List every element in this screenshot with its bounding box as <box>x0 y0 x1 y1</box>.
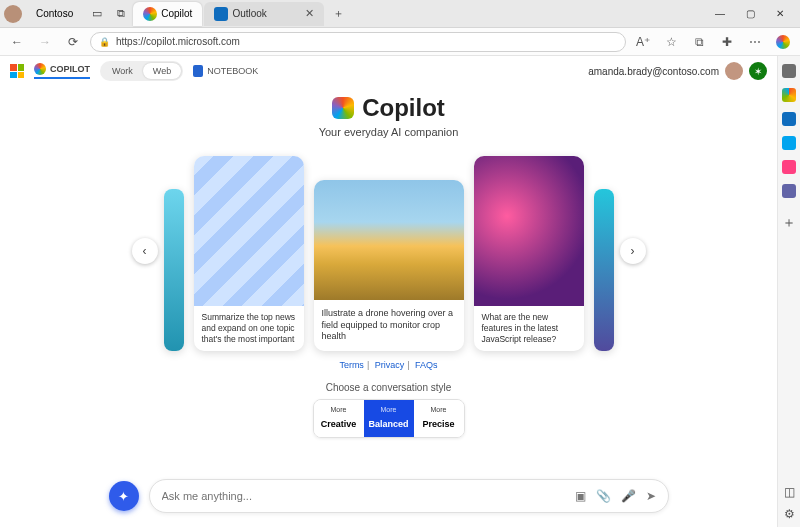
chat-input[interactable] <box>162 490 575 502</box>
attach-image-icon[interactable]: ▣ <box>575 489 586 503</box>
refresh-button[interactable]: ⟳ <box>62 31 84 53</box>
edge-sidebar: ＋ ◫ ⚙ <box>778 56 800 527</box>
page-title: Copilot <box>362 94 445 122</box>
microphone-icon[interactable]: 🎤 <box>621 489 636 503</box>
tab-actions-icon[interactable]: ⧉ <box>109 4 133 24</box>
style-picker-label: Choose a conversation style <box>326 382 452 393</box>
lock-icon: 🔒 <box>99 37 110 47</box>
browser-toolbar: ← → ⟳ 🔒 https://copilot.microsoft.com A⁺… <box>0 28 800 56</box>
user-email: amanda.brady@contoso.com <box>588 66 719 77</box>
games-sidebar-icon[interactable] <box>782 160 796 174</box>
card-caption: What are the new features in the latest … <box>474 306 584 351</box>
outlook-favicon-icon <box>214 7 228 21</box>
carousel-prev-button[interactable]: ‹ <box>132 238 158 264</box>
hero-section: Copilot Your everyday AI companion ‹ › S… <box>0 86 777 527</box>
carousel-card-edge-right[interactable] <box>594 189 614 351</box>
suggestion-carousel: ‹ › Summarize the top news and expand on… <box>154 156 624 346</box>
mode-toggle: Work Web <box>100 61 183 81</box>
minimize-button[interactable]: ― <box>708 4 732 24</box>
close-tab-icon[interactable]: ✕ <box>305 7 314 20</box>
new-topic-button[interactable]: ✦ <box>109 481 139 511</box>
sidebar-collapse-icon[interactable]: ◫ <box>782 485 796 499</box>
tab-outlook[interactable]: Outlook ✕ <box>204 2 324 26</box>
footer-links: Terms| Privacy| FAQs <box>339 360 437 370</box>
card-caption: Illustrate a drone hovering over a field… <box>314 300 464 351</box>
tab-label: Outlook <box>232 8 266 19</box>
carousel-card-edge-left[interactable] <box>164 189 184 351</box>
copilot-toolbar-icon[interactable] <box>772 31 794 53</box>
carousel-card-javascript[interactable]: What are the new features in the latest … <box>474 156 584 351</box>
chat-input-box[interactable]: ▣ 📎 🎤 ➤ <box>149 479 669 513</box>
copilot-logo-icon <box>34 63 46 75</box>
notebook-link[interactable]: NOTEBOOK <box>193 65 258 77</box>
style-precise-button[interactable]: More Precise <box>414 400 464 437</box>
chat-input-row: ✦ ▣ 📎 🎤 ➤ <box>109 479 669 513</box>
forward-button[interactable]: → <box>34 31 56 53</box>
user-avatar-icon[interactable] <box>725 62 743 80</box>
microsoft-logo-icon[interactable] <box>10 64 24 78</box>
card-image <box>194 156 304 306</box>
style-creative-button[interactable]: More Creative <box>314 400 364 437</box>
url-text: https://copilot.microsoft.com <box>116 36 240 47</box>
brand-label: COPILOT <box>50 64 90 74</box>
read-aloud-icon[interactable]: A⁺ <box>632 31 654 53</box>
favorite-icon[interactable]: ☆ <box>660 31 682 53</box>
notebook-icon <box>193 65 203 77</box>
carousel-next-button[interactable]: › <box>620 238 646 264</box>
m365-sidebar-icon[interactable] <box>782 88 796 102</box>
collections-icon[interactable]: ✚ <box>716 31 738 53</box>
split-screen-icon[interactable]: ⧉ <box>688 31 710 53</box>
shopping-sidebar-icon[interactable] <box>782 136 796 150</box>
mode-work[interactable]: Work <box>102 63 143 79</box>
tab-label: Contoso <box>36 8 73 19</box>
card-image <box>474 156 584 306</box>
teams-sidebar-icon[interactable] <box>782 184 796 198</box>
search-sidebar-icon[interactable] <box>782 64 796 78</box>
send-icon[interactable]: ➤ <box>646 489 656 503</box>
profile-avatar-icon[interactable] <box>4 5 22 23</box>
outlook-sidebar-icon[interactable] <box>782 112 796 126</box>
page-content: COPILOT Work Web NOTEBOOK amanda.brady@c… <box>0 56 778 527</box>
new-tab-button[interactable]: ＋ <box>326 4 350 24</box>
back-button[interactable]: ← <box>6 31 28 53</box>
close-window-button[interactable]: ✕ <box>768 4 792 24</box>
sidebar-settings-icon[interactable]: ⚙ <box>782 507 796 521</box>
copilot-hero-icon <box>332 97 354 119</box>
maximize-button[interactable]: ▢ <box>738 4 762 24</box>
tab-label: Copilot <box>161 8 192 19</box>
copilot-brand[interactable]: COPILOT <box>34 63 90 79</box>
card-image <box>314 180 464 300</box>
style-balanced-button[interactable]: More Balanced <box>364 400 414 437</box>
style-picker: More Creative More Balanced More Precise <box>313 399 465 438</box>
tab-profile[interactable]: Contoso <box>26 2 83 26</box>
terms-link[interactable]: Terms <box>339 360 364 370</box>
tab-copilot[interactable]: Copilot <box>133 2 202 26</box>
card-caption: Summarize the top news and expand on one… <box>194 306 304 351</box>
address-bar[interactable]: 🔒 https://copilot.microsoft.com <box>90 32 626 52</box>
mode-web[interactable]: Web <box>143 63 181 79</box>
org-badge-icon[interactable]: ✶ <box>749 62 767 80</box>
carousel-card-news[interactable]: Summarize the top news and expand on one… <box>194 156 304 351</box>
copilot-nav: COPILOT Work Web NOTEBOOK amanda.brady@c… <box>0 56 777 86</box>
copilot-favicon-icon <box>143 7 157 21</box>
attach-file-icon[interactable]: 📎 <box>596 489 611 503</box>
carousel-card-drone[interactable]: Illustrate a drone hovering over a field… <box>314 180 464 351</box>
menu-icon[interactable]: ⋯ <box>744 31 766 53</box>
privacy-link[interactable]: Privacy <box>375 360 405 370</box>
faqs-link[interactable]: FAQs <box>415 360 438 370</box>
add-sidebar-app-button[interactable]: ＋ <box>782 214 796 232</box>
tagline: Your everyday AI companion <box>319 126 459 138</box>
window-titlebar: Contoso ▭ ⧉ Copilot Outlook ✕ ＋ ― ▢ ✕ <box>0 0 800 28</box>
workspaces-icon[interactable]: ▭ <box>85 4 109 24</box>
notebook-label: NOTEBOOK <box>207 66 258 76</box>
